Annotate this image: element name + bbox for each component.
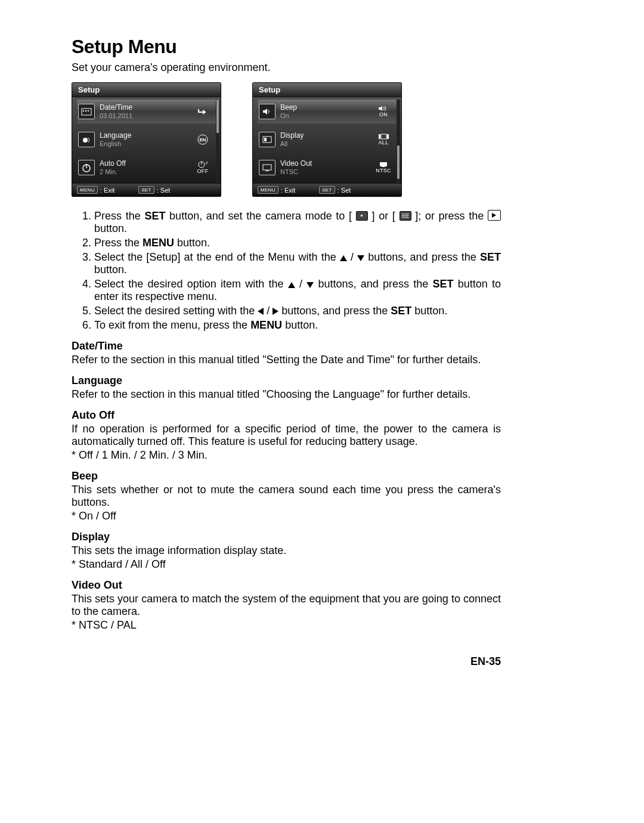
- footer-exit: MENU : Exit: [258, 186, 295, 194]
- section-options: * On / Off: [72, 510, 501, 522]
- display-icon: [259, 132, 275, 147]
- svg-rect-1: [83, 110, 84, 112]
- footer-exit: MENU : Exit: [77, 186, 114, 194]
- enter-icon: [192, 107, 213, 116]
- set-chip: SET: [319, 186, 335, 194]
- section-options: * Standard / All / Off: [72, 558, 501, 571]
- footer-set: SET : Set: [319, 186, 351, 194]
- svg-rect-3: [88, 110, 89, 112]
- calendar-icon: [78, 104, 95, 119]
- section-options: * NTSC / PAL: [72, 619, 501, 632]
- row-label: Date/Time: [100, 104, 192, 112]
- svg-text:z: z: [206, 161, 208, 165]
- section-head: Date/Time: [72, 340, 501, 352]
- row-value: English: [100, 140, 192, 147]
- menu-row: Display All ALL: [258, 128, 398, 151]
- playback-icon: [488, 210, 501, 221]
- svg-rect-18: [265, 171, 269, 171]
- all-indicator: ALL: [373, 134, 394, 146]
- camera-mode-icon: [356, 211, 368, 221]
- step-3: Select the [Setup] at the end of the Men…: [94, 251, 501, 276]
- menu-row: Auto Off 2 Min. z OFF: [77, 156, 217, 180]
- page-title: Setup Menu: [72, 36, 501, 58]
- section-head: Auto Off: [72, 409, 501, 422]
- instruction-list: Press the SET button, and set the camera…: [81, 210, 501, 332]
- scene-mode-icon: [400, 211, 411, 221]
- row-label: Video Out: [280, 160, 373, 168]
- section-head: Video Out: [72, 579, 501, 592]
- section-head: Beep: [72, 470, 501, 482]
- menu-row: Beep On ON: [258, 100, 398, 123]
- menu-chip: MENU: [258, 186, 278, 194]
- menu-row: Date/Time 03.01.2011: [77, 100, 217, 123]
- on-indicator: ON: [373, 106, 394, 117]
- row-value: NTSC: [280, 168, 373, 175]
- step-6: To exit from the menu, press the MENU bu…: [94, 319, 501, 332]
- section-body: This sets whether or not to mute the cam…: [72, 484, 501, 509]
- section-body: This sets your camera to match the syste…: [72, 593, 501, 618]
- page-number: EN-35: [72, 655, 501, 668]
- svg-point-4: [83, 138, 88, 143]
- section-options: * Off / 1 Min. / 2 Min. / 3 Min.: [72, 449, 501, 462]
- sound-icon: [259, 104, 275, 119]
- scrollbar: [216, 100, 219, 183]
- row-value: 2 Min.: [100, 168, 192, 175]
- section-body: If no operation is performed for a speci…: [72, 423, 501, 448]
- section-body: Refer to the section in this manual titl…: [72, 354, 501, 366]
- footer-set: SET : Set: [138, 186, 170, 194]
- svg-rect-14: [379, 134, 380, 139]
- power-icon: [78, 160, 95, 175]
- svg-text:EN: EN: [199, 137, 206, 143]
- step-5: Select the desired setting with the / bu…: [94, 305, 501, 317]
- svg-rect-16: [387, 134, 389, 139]
- row-label: Auto Off: [100, 160, 192, 168]
- off-indicator: z OFF: [192, 161, 213, 174]
- screen-header: Setup: [253, 83, 401, 97]
- scrollbar: [397, 100, 400, 183]
- ntsc-indicator: NTSC: [373, 162, 394, 174]
- section-head: Language: [72, 375, 501, 387]
- down-icon: [306, 282, 314, 288]
- intro-text: Set your camera's operating environment.: [72, 61, 501, 74]
- step-1: Press the SET button, and set the camera…: [94, 210, 501, 235]
- row-value: On: [280, 112, 373, 119]
- screenshots: Setup Date/Time 03.01.2011 Lan: [72, 82, 501, 197]
- svg-rect-15: [381, 134, 386, 139]
- row-label: Beep: [280, 104, 373, 112]
- en-icon: EN: [192, 134, 213, 146]
- menu-row: Video Out NTSC NTSC: [258, 156, 398, 180]
- svg-rect-17: [263, 165, 271, 170]
- row-value: 03.01.2011: [100, 112, 192, 119]
- step-4: Select the desired option item with the …: [94, 278, 501, 303]
- menu-chip: MENU: [77, 186, 98, 194]
- section-head: Display: [72, 531, 501, 543]
- svg-rect-2: [85, 110, 86, 112]
- up-icon: [340, 255, 347, 261]
- left-icon: [258, 308, 264, 315]
- language-icon: [78, 132, 95, 147]
- svg-rect-13: [264, 138, 267, 141]
- down-icon: [357, 255, 364, 261]
- step-2: Press the MENU button.: [94, 237, 501, 249]
- svg-rect-19: [380, 162, 387, 166]
- screen-setup-1: Setup Date/Time 03.01.2011 Lan: [72, 82, 221, 197]
- svg-rect-20: [382, 166, 385, 167]
- screen-setup-2: Setup Beep On ON Dis: [252, 82, 402, 197]
- section-body: This sets the image information display …: [72, 544, 501, 557]
- row-value: All: [280, 140, 373, 147]
- row-label: Language: [100, 132, 192, 140]
- section-body: Refer to the section in this manual titl…: [72, 388, 501, 401]
- screen-header: Setup: [72, 83, 221, 97]
- video-icon: [259, 160, 275, 175]
- row-label: Display: [280, 132, 373, 140]
- right-icon: [273, 308, 278, 315]
- up-icon: [288, 282, 295, 288]
- menu-row: Language English EN: [77, 128, 217, 151]
- svg-rect-0: [82, 109, 91, 115]
- set-chip: SET: [138, 186, 154, 194]
